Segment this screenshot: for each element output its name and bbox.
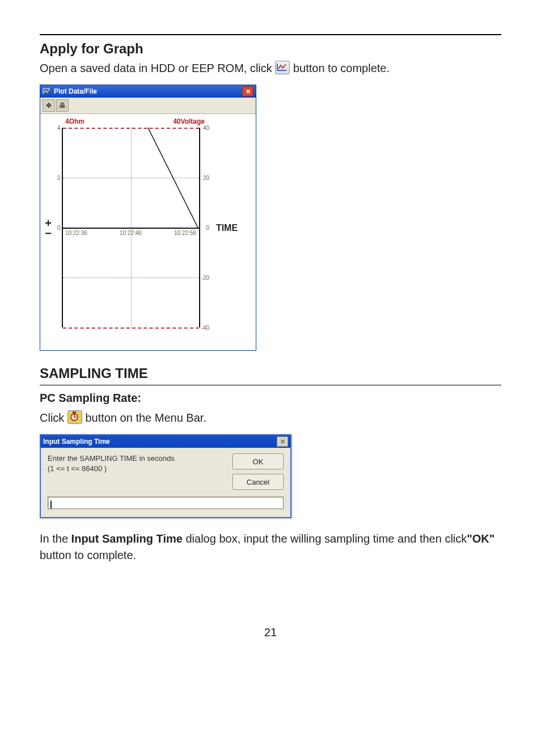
- close-icon[interactable]: ✕: [242, 86, 253, 96]
- plot-window: Plot Data/File ✕ ✥ 🖶 + − 4Ohm 40Voltage …: [40, 85, 256, 351]
- svg-rect-4: [73, 411, 76, 413]
- x-tick-1: 10:22:46: [120, 230, 142, 236]
- plot-graph-icon: [275, 61, 290, 74]
- section2-title: SAMPLING TIME: [40, 366, 501, 381]
- cancel-button[interactable]: Cancel: [233, 474, 284, 490]
- sampling-time-input[interactable]: [48, 497, 284, 509]
- y-left-tick-0: 0: [57, 225, 61, 231]
- zoom-out-button[interactable]: −: [45, 228, 52, 238]
- plot-window-titlebar: Plot Data/File ✕: [40, 85, 256, 98]
- gridline-bottom: [63, 327, 199, 329]
- section1-paragraph: Open a saved data in HDD or EEP ROM, cli…: [40, 60, 501, 77]
- section2-text-b: button on the Menu Bar.: [85, 411, 206, 424]
- toolbar-print-icon[interactable]: 🖶: [56, 99, 69, 112]
- plot-window-icon: [43, 87, 50, 95]
- footer-c: button to complete.: [40, 549, 136, 561]
- section1-text-a: Open a saved data in HDD or EEP ROM, cli…: [40, 62, 275, 74]
- ok-button[interactable]: OK: [233, 453, 284, 469]
- sampling-time-icon: [67, 410, 82, 424]
- dialog-title: Input Sampling Time: [43, 438, 110, 446]
- plot-window-toolbar: ✥ 🖶: [40, 98, 256, 114]
- y-right-tick-neg20: -20: [201, 275, 209, 281]
- footer-paragraph: In the Input Sampling Time dialog box, i…: [40, 531, 501, 564]
- axis-right-title: 40Voltage: [173, 117, 205, 125]
- close-icon[interactable]: ✕: [277, 436, 288, 447]
- dialog-prompt-line2: (1 <= t <= 86400 ): [48, 464, 225, 474]
- dialog-titlebar: Input Sampling Time ✕: [41, 435, 290, 448]
- axis-left-title: 4Ohm: [65, 117, 84, 125]
- x-axis-label: TIME: [207, 117, 247, 339]
- plot-body: + − 4Ohm 40Voltage 4 40 2 20 0 0: [40, 114, 256, 350]
- svg-line-0: [148, 128, 198, 228]
- plot-area: 4Ohm 40Voltage 4 40 2 20 0 0 -20: [54, 117, 207, 339]
- footer-b: dialog box, input the willing sampling t…: [183, 532, 467, 545]
- footer-bold1: Input Sampling Time: [71, 532, 183, 545]
- section2-text-a: Click: [40, 411, 67, 424]
- section2-subheading: PC Sampling Rate:: [40, 392, 141, 404]
- y-right-tick-40: 40: [203, 125, 209, 131]
- x-tick-0: 10:22:36: [65, 230, 87, 236]
- input-sampling-time-dialog: Input Sampling Time ✕ Enter the SAMPLING…: [40, 434, 291, 518]
- plot-window-title: Plot Data/File: [54, 87, 97, 95]
- y-left-tick-2: 2: [57, 175, 61, 181]
- section2-paragraph: Click button on the Menu Bar.: [40, 410, 501, 426]
- y-right-tick-0: 0: [206, 225, 209, 231]
- y-left-tick-4: 4: [57, 125, 61, 131]
- footer-bold2: "OK": [467, 532, 494, 545]
- y-right-tick-20: 20: [203, 175, 209, 181]
- dialog-prompt: Enter the SAMPLING TIME in seconds (1 <=…: [48, 453, 225, 490]
- section1-title: Apply for Graph: [40, 41, 501, 57]
- rule-under-section2: [40, 385, 501, 385]
- toolbar-move-icon[interactable]: ✥: [43, 99, 55, 112]
- page-number: 21: [40, 626, 501, 639]
- x-tick-2: 10:22:56: [174, 230, 196, 236]
- footer-a: In the: [40, 532, 71, 545]
- section1-text-b: button to complete.: [293, 62, 390, 74]
- rule-top: [40, 34, 501, 35]
- dialog-prompt-line1: Enter the SAMPLING TIME in seconds: [48, 453, 225, 464]
- voltage-series-line: [63, 128, 199, 327]
- y-right-tick-neg40: -40: [201, 325, 209, 331]
- chart-box: 4 40 2 20 0 0 -20 -40: [62, 128, 200, 327]
- plot-zoom-controls: + −: [43, 117, 54, 339]
